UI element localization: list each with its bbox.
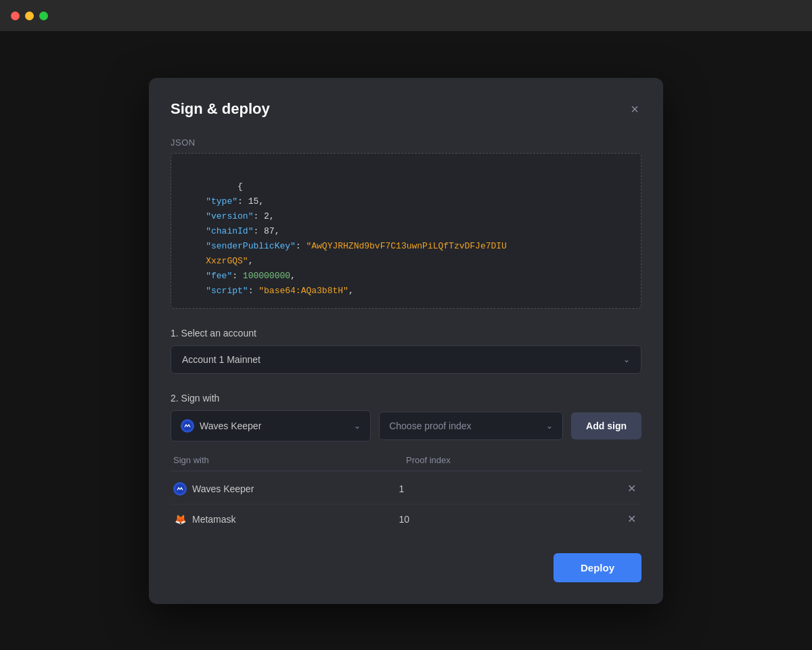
- title-bar: [0, 0, 812, 31]
- waves-keeper-icon: [181, 419, 194, 433]
- proof-index-select[interactable]: Choose proof index ⌄: [379, 412, 563, 440]
- metamask-row-icon: 🦊: [173, 513, 187, 526]
- sign-row-metamask: 🦊 Metamask 10 ✕: [171, 504, 641, 534]
- json-section: JSON { "type": 15, "version": 2, "chainI…: [171, 137, 641, 309]
- account-select-value: Account 1 Mainnet: [182, 354, 261, 365]
- metamask-label: Metamask: [192, 514, 236, 525]
- step2-section: 2. Sign with Waves Keeper ⌄: [171, 393, 641, 534]
- signer-select-inner: Waves Keeper: [181, 419, 261, 433]
- waves-keeper-label: Waves Keeper: [192, 483, 254, 494]
- proof-index-placeholder: Choose proof index: [389, 420, 471, 431]
- sign-table-header: Sign with Proof index: [171, 455, 641, 471]
- sign-deploy-modal: Sign & deploy × JSON { "type": 15, "vers…: [149, 78, 663, 604]
- step2-label: 2. Sign with: [171, 393, 641, 404]
- account-select-chevron-icon: ⌄: [623, 355, 630, 364]
- metamask-proof-index: 10: [399, 514, 625, 525]
- deploy-button[interactable]: Deploy: [554, 553, 641, 582]
- waves-keeper-row-icon: [173, 482, 187, 496]
- json-label: JSON: [171, 137, 641, 148]
- col-header-sign-with: Sign with: [173, 455, 406, 465]
- json-container: { "type": 15, "version": 2, "chainId": 8…: [171, 153, 641, 309]
- json-code: { "type": 15, "version": 2, "chainId": 8…: [185, 165, 627, 309]
- step1-section: 1. Select an account Account 1 Mainnet ⌄: [171, 328, 641, 374]
- sign-with-row: Waves Keeper ⌄ Choose proof index ⌄ Add …: [171, 410, 641, 441]
- page-background: Sign & deploy × JSON { "type": 15, "vers…: [0, 31, 812, 650]
- modal-header: Sign & deploy ×: [171, 100, 641, 118]
- signer-select[interactable]: Waves Keeper ⌄: [171, 410, 371, 441]
- signer-metamask: 🦊 Metamask: [173, 513, 399, 526]
- step1-label: 1. Select an account: [171, 328, 641, 339]
- signer-select-value: Waves Keeper: [200, 420, 261, 431]
- signer-chevron-icon: ⌄: [354, 421, 361, 431]
- deploy-row: Deploy: [171, 553, 641, 582]
- sign-table: Sign with Proof index Waves Keeper: [171, 455, 641, 534]
- col-header-proof-index: Proof index: [406, 455, 639, 465]
- delete-waves-keeper-button[interactable]: ✕: [625, 482, 639, 495]
- traffic-light-yellow[interactable]: [25, 12, 34, 20]
- modal-title: Sign & deploy: [171, 100, 270, 118]
- traffic-light-red[interactable]: [11, 12, 20, 20]
- account-select[interactable]: Account 1 Mainnet ⌄: [171, 345, 641, 374]
- close-button[interactable]: ×: [628, 100, 641, 118]
- proof-chevron-icon: ⌄: [546, 421, 553, 431]
- waves-keeper-proof-index: 1: [399, 483, 625, 494]
- traffic-light-green[interactable]: [39, 12, 48, 20]
- sign-row-waves-keeper: Waves Keeper 1 ✕: [171, 474, 641, 504]
- add-sign-button[interactable]: Add sign: [571, 412, 641, 439]
- delete-metamask-button[interactable]: ✕: [625, 513, 639, 525]
- signer-waves-keeper: Waves Keeper: [173, 482, 399, 496]
